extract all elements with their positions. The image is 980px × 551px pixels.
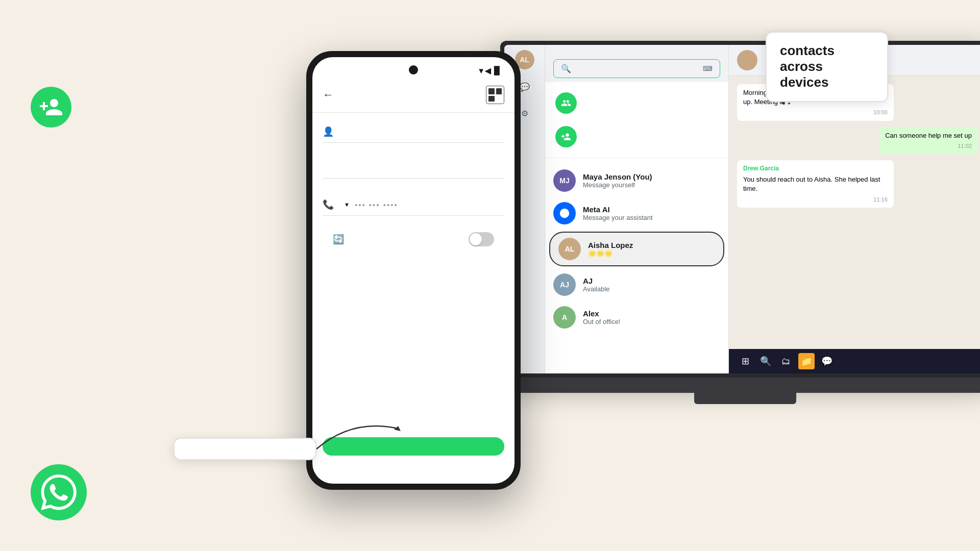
first-name-field[interactable]: 👤 [323, 113, 504, 143]
meta-info: Meta AI Message your assistant [583, 205, 720, 221]
aisha-status: 🌟🌟🌟 [588, 249, 715, 257]
callout-add-rest: contactsacross devices [780, 43, 835, 90]
maya-name: Maya Jenson (You) [583, 172, 720, 181]
aj-info: AJ Available [583, 277, 720, 293]
windows-icon[interactable]: ⊞ [737, 353, 753, 369]
svg-point-0 [560, 209, 569, 218]
aj-avatar: AJ [553, 273, 576, 296]
phone-row[interactable]: 📞 ▼ ••• ••• •••• [323, 194, 504, 216]
msg-sent-1: Can someone help me set up 11:02 [879, 127, 978, 155]
new-contact-icon [555, 126, 577, 147]
maya-status: Message yourself [583, 181, 720, 189]
signal-icon: ▼◀ [477, 66, 491, 76]
msg-sender: Drew Garcia [743, 164, 888, 173]
files-icon[interactable]: 🗂 [778, 353, 794, 369]
whatsapp-taskbar-icon[interactable]: 💬 [819, 353, 835, 369]
qr-code-icon[interactable] [486, 86, 504, 104]
contact-item-alex[interactable]: A Alex Out of office! [545, 301, 728, 334]
phone-form: 👤 [312, 113, 514, 258]
new-contact-item[interactable] [545, 120, 728, 154]
chat-avatar [737, 50, 757, 70]
callout-add-contacts: contactsacross devices [766, 32, 888, 102]
back-arrow-icon[interactable]: ← [323, 88, 334, 102]
new-group-icon [555, 92, 577, 114]
folder-icon[interactable]: 📁 [798, 353, 815, 369]
contact-item-aisha[interactable]: AL Aisha Lopez 🌟🌟🌟 [549, 232, 724, 266]
left-section [31, 82, 296, 133]
taskbar: ⊞ 🔍 🗂 📁 💬 [729, 349, 980, 373]
aj-status: Available [583, 285, 720, 293]
contact-list: MJ Maya Jenson (You) Message yourself [545, 164, 728, 373]
aj-name: AJ [583, 277, 720, 285]
chat-messages: Morning team! Let me know if anything co… [729, 76, 980, 351]
maya-info: Maya Jenson (You) Message yourself [583, 172, 720, 189]
wa-desktop-app: AL 💬 ⚙ 🔍 ⌨ [504, 45, 980, 373]
contacts-add-icon [31, 87, 71, 128]
sync-row: 🔄 [323, 221, 504, 258]
laptop-stand [694, 393, 796, 404]
person-icon: 👤 [323, 126, 334, 137]
phone-mockup: ▼◀ ▉ ← [306, 51, 521, 490]
laptop-container: AL 💬 ⚙ 🔍 ⌨ [500, 41, 980, 408]
search-taskbar-icon[interactable]: 🔍 [757, 353, 774, 369]
alex-status: Out of office! [583, 318, 720, 325]
callout-choose [174, 438, 316, 460]
last-name-field[interactable] [323, 145, 504, 179]
aisha-avatar: AL [558, 238, 581, 260]
laptop-inner: AL 💬 ⚙ 🔍 ⌨ [504, 45, 980, 373]
contact-item-aj[interactable]: AJ AJ Available [545, 268, 728, 301]
msg-received-2: Drew Garcia You should reach out to Aish… [737, 160, 894, 208]
wa-main-area: AL 💬 ⚙ 🔍 ⌨ [504, 45, 980, 373]
meta-avatar [553, 202, 576, 224]
alex-info: Alex Out of office! [583, 309, 720, 325]
new-chat-panel: 🔍 ⌨ [545, 45, 729, 373]
phone-input-icon: 📞 [323, 199, 334, 210]
whatsapp-logo [31, 464, 87, 520]
phone-number-display: ••• ••• •••• [355, 201, 398, 209]
wa-menu-items [545, 82, 728, 158]
meta-name: Meta AI [583, 205, 720, 214]
sync-toggle[interactable] [469, 232, 494, 246]
phone-notch [409, 65, 418, 74]
search-icon: 🔍 [561, 64, 571, 73]
contact-item-meta[interactable]: Meta AI Message your assistant [545, 197, 728, 230]
last-name-value [323, 160, 339, 170]
laptop-screen: AL 💬 ⚙ 🔍 ⌨ [500, 41, 980, 378]
laptop-base [500, 378, 980, 393]
aisha-name: Aisha Lopez [588, 241, 715, 249]
phone-header: ← [312, 80, 514, 113]
all-contacts-label [545, 158, 728, 164]
alex-avatar: A [553, 306, 576, 329]
toggle-knob [470, 233, 482, 245]
sync-icon: 🔄 [333, 234, 344, 245]
dropdown-icon: ▼ [344, 202, 350, 208]
meta-status: Message your assistant [583, 214, 720, 221]
keyboard-icon: ⌨ [703, 65, 713, 72]
panel-header: 🔍 ⌨ [545, 45, 728, 82]
battery-icon: ▉ [494, 66, 500, 76]
save-button[interactable] [323, 437, 504, 456]
new-group-item[interactable] [545, 86, 728, 120]
search-box[interactable]: 🔍 ⌨ [553, 59, 720, 78]
alex-name: Alex [583, 309, 720, 318]
contact-item-maya[interactable]: MJ Maya Jenson (You) Message yourself [545, 164, 728, 197]
aisha-info: Aisha Lopez 🌟🌟🌟 [588, 241, 715, 257]
maya-avatar: MJ [553, 169, 576, 192]
